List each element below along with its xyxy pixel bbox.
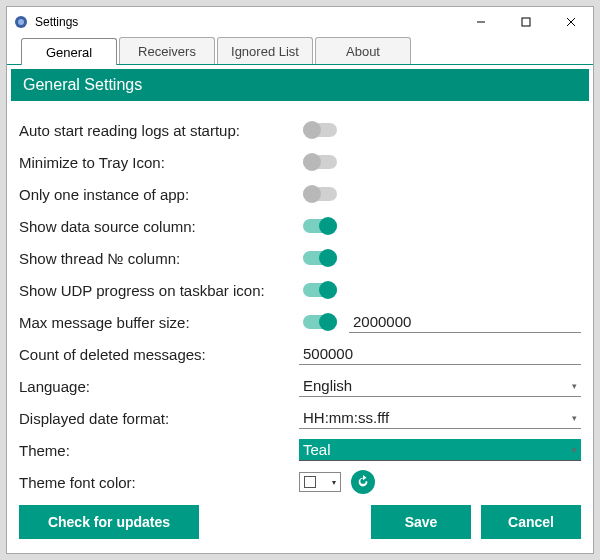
toggle-auto-start[interactable]: [303, 123, 337, 137]
row-show-thread: Show thread № column:: [19, 243, 581, 273]
label-language: Language:: [19, 378, 299, 395]
color-swatch-box: [304, 476, 316, 488]
reset-font-color-button[interactable]: [351, 470, 375, 494]
refresh-icon: [356, 475, 370, 489]
app-icon: [13, 14, 29, 30]
tab-receivers[interactable]: Receivers: [119, 37, 215, 64]
chevron-down-icon: ▾: [572, 445, 577, 455]
input-deleted-count[interactable]: [299, 343, 581, 365]
label-font-color: Theme font color:: [19, 474, 299, 491]
toggle-minimize-tray[interactable]: [303, 155, 337, 169]
window-title: Settings: [35, 15, 78, 29]
save-button[interactable]: Save: [371, 505, 471, 539]
label-deleted-count: Count of deleted messages:: [19, 346, 299, 363]
row-date-format: Displayed date format: HH:mm:ss.fff ▾: [19, 403, 581, 433]
titlebar: Settings: [7, 7, 593, 37]
toggle-show-source[interactable]: [303, 219, 337, 233]
tab-bar: General Receivers Ignored List About: [7, 37, 593, 65]
close-button[interactable]: [548, 7, 593, 37]
row-font-color: Theme font color: ▾: [19, 467, 581, 495]
toggle-show-thread[interactable]: [303, 251, 337, 265]
settings-window: Settings General Receivers Ignored List …: [6, 6, 594, 554]
toggle-show-udp[interactable]: [303, 283, 337, 297]
row-show-source: Show data source column:: [19, 211, 581, 241]
check-updates-button[interactable]: Check for updates: [19, 505, 199, 539]
select-theme-value: Teal: [303, 441, 572, 458]
row-auto-start: Auto start reading logs at startup:: [19, 115, 581, 145]
select-language[interactable]: English ▾: [299, 375, 581, 397]
select-language-value: English: [303, 377, 572, 394]
footer: Check for updates Save Cancel: [7, 495, 593, 553]
settings-content: Auto start reading logs at startup: Mini…: [7, 101, 593, 495]
label-show-udp: Show UDP progress on taskbar icon:: [19, 282, 299, 299]
label-auto-start: Auto start reading logs at startup:: [19, 122, 299, 139]
input-max-buffer[interactable]: [349, 311, 581, 333]
select-date-format-value: HH:mm:ss.fff: [303, 409, 572, 426]
row-single-instance: Only one instance of app:: [19, 179, 581, 209]
color-picker-font-color[interactable]: ▾: [299, 472, 341, 492]
row-language: Language: English ▾: [19, 371, 581, 401]
row-minimize-tray: Minimize to Tray Icon:: [19, 147, 581, 177]
row-deleted-count: Count of deleted messages:: [19, 339, 581, 369]
select-date-format[interactable]: HH:mm:ss.fff ▾: [299, 407, 581, 429]
chevron-down-icon: ▾: [572, 413, 577, 423]
section-title: General Settings: [11, 69, 589, 101]
row-theme: Theme: Teal ▾: [19, 435, 581, 465]
toggle-single-instance[interactable]: [303, 187, 337, 201]
tab-ignored-list[interactable]: Ignored List: [217, 37, 313, 64]
minimize-button[interactable]: [458, 7, 503, 37]
row-max-buffer: Max message buffer size:: [19, 307, 581, 337]
tab-about[interactable]: About: [315, 37, 411, 64]
tab-general[interactable]: General: [21, 38, 117, 65]
label-single-instance: Only one instance of app:: [19, 186, 299, 203]
label-show-source: Show data source column:: [19, 218, 299, 235]
label-minimize-tray: Minimize to Tray Icon:: [19, 154, 299, 171]
svg-point-1: [18, 19, 24, 25]
label-show-thread: Show thread № column:: [19, 250, 299, 267]
select-theme[interactable]: Teal ▾: [299, 439, 581, 461]
toggle-max-buffer[interactable]: [303, 315, 337, 329]
label-date-format: Displayed date format:: [19, 410, 299, 427]
chevron-down-icon: ▾: [332, 478, 336, 487]
label-theme: Theme:: [19, 442, 299, 459]
label-max-buffer: Max message buffer size:: [19, 314, 299, 331]
cancel-button[interactable]: Cancel: [481, 505, 581, 539]
chevron-down-icon: ▾: [572, 381, 577, 391]
row-show-udp: Show UDP progress on taskbar icon:: [19, 275, 581, 305]
svg-rect-3: [522, 18, 530, 26]
maximize-button[interactable]: [503, 7, 548, 37]
